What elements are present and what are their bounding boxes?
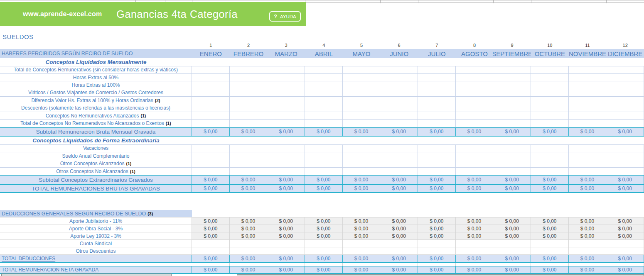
money-cell[interactable]: $ 0,00 [380, 185, 418, 192]
data-cell[interactable] [343, 160, 381, 168]
money-cell[interactable]: $ 0,00 [343, 255, 381, 262]
money-cell[interactable]: $ 0,00 [606, 255, 644, 262]
money-cell[interactable]: $ 0,00 [305, 266, 343, 273]
money-cell[interactable]: $ 0,00 [606, 225, 644, 232]
data-cell[interactable] [456, 89, 494, 97]
data-cell[interactable] [380, 120, 418, 127]
data-cell[interactable] [418, 74, 456, 81]
money-cell[interactable]: $ 0,00 [531, 225, 569, 232]
data-cell[interactable] [192, 66, 230, 74]
data-cell[interactable] [230, 120, 268, 127]
data-cell[interactable] [267, 104, 305, 112]
money-cell[interactable]: $ 0,00 [343, 232, 381, 240]
data-cell[interactable] [606, 152, 644, 160]
data-cell[interactable] [343, 152, 381, 160]
data-cell[interactable] [230, 89, 268, 97]
data-cell[interactable] [493, 168, 531, 175]
money-cell[interactable]: $ 0,00 [230, 255, 268, 262]
money-cell[interactable]: $ 0,00 [305, 217, 343, 225]
data-cell[interactable] [305, 74, 343, 81]
data-cell[interactable] [305, 89, 343, 97]
money-cell[interactable]: $ 0,00 [230, 185, 268, 192]
data-cell[interactable] [418, 120, 456, 127]
data-cell[interactable] [380, 89, 418, 97]
data-cell[interactable] [380, 81, 418, 89]
data-cell[interactable] [192, 74, 230, 81]
data-cell[interactable] [569, 247, 607, 255]
data-cell[interactable] [569, 168, 607, 175]
data-cell[interactable] [305, 145, 343, 152]
data-cell[interactable] [230, 74, 268, 81]
data-cell[interactable] [343, 145, 381, 152]
money-cell[interactable]: $ 0,00 [569, 232, 607, 240]
money-cell[interactable]: $ 0,00 [606, 217, 644, 225]
data-cell[interactable] [531, 81, 569, 89]
money-cell[interactable]: $ 0,00 [230, 232, 268, 240]
data-cell[interactable] [192, 160, 230, 168]
money-cell[interactable]: $ 0,00 [380, 128, 418, 136]
money-cell[interactable]: $ 0,00 [456, 176, 494, 184]
money-cell[interactable]: $ 0,00 [456, 225, 494, 232]
data-cell[interactable] [267, 74, 305, 81]
data-cell[interactable] [569, 81, 607, 89]
data-cell[interactable] [230, 145, 268, 152]
data-cell[interactable] [267, 66, 305, 74]
data-cell[interactable] [230, 168, 268, 175]
data-cell[interactable] [418, 247, 456, 255]
data-cell[interactable] [418, 145, 456, 152]
data-cell[interactable] [305, 160, 343, 168]
data-cell[interactable] [267, 240, 305, 247]
data-cell[interactable] [531, 104, 569, 112]
data-cell[interactable] [456, 160, 494, 168]
money-cell[interactable]: $ 0,00 [192, 232, 230, 240]
data-cell[interactable] [569, 89, 607, 97]
data-cell[interactable] [531, 97, 569, 104]
data-cell[interactable] [606, 89, 644, 97]
money-cell[interactable]: $ 0,00 [418, 225, 456, 232]
money-cell[interactable]: $ 0,00 [531, 176, 569, 184]
data-cell[interactable] [267, 145, 305, 152]
data-cell[interactable] [192, 240, 230, 247]
data-cell[interactable] [606, 112, 644, 120]
data-cell[interactable] [456, 152, 494, 160]
data-cell[interactable] [230, 247, 268, 255]
data-cell[interactable] [343, 97, 381, 104]
money-cell[interactable]: $ 0,00 [343, 225, 381, 232]
data-cell[interactable] [606, 145, 644, 152]
money-cell[interactable]: $ 0,00 [493, 128, 531, 136]
data-cell[interactable] [569, 120, 607, 127]
money-cell[interactable]: $ 0,00 [192, 225, 230, 232]
data-cell[interactable] [456, 168, 494, 175]
money-cell[interactable]: $ 0,00 [230, 225, 268, 232]
data-cell[interactable] [380, 66, 418, 74]
data-cell[interactable] [493, 66, 531, 74]
money-cell[interactable]: $ 0,00 [192, 176, 230, 184]
data-cell[interactable] [267, 97, 305, 104]
data-cell[interactable] [192, 97, 230, 104]
money-cell[interactable]: $ 0,00 [456, 217, 494, 225]
data-cell[interactable] [230, 240, 268, 247]
data-cell[interactable] [305, 168, 343, 175]
data-cell[interactable] [531, 240, 569, 247]
money-cell[interactable]: $ 0,00 [305, 185, 343, 192]
money-cell[interactable]: $ 0,00 [418, 128, 456, 136]
data-cell[interactable] [380, 74, 418, 81]
data-cell[interactable] [305, 240, 343, 247]
money-cell[interactable]: $ 0,00 [343, 217, 381, 225]
ayuda-help-button[interactable]: ? AYUDA [269, 11, 301, 22]
data-cell[interactable] [305, 81, 343, 89]
money-cell[interactable]: $ 0,00 [531, 128, 569, 136]
money-cell[interactable]: $ 0,00 [192, 185, 230, 192]
money-cell[interactable]: $ 0,00 [305, 232, 343, 240]
money-cell[interactable]: $ 0,00 [606, 176, 644, 184]
money-cell[interactable]: $ 0,00 [267, 217, 305, 225]
data-cell[interactable] [418, 240, 456, 247]
money-cell[interactable]: $ 0,00 [456, 128, 494, 136]
data-cell[interactable] [343, 74, 381, 81]
money-cell[interactable]: $ 0,00 [380, 255, 418, 262]
money-cell[interactable]: $ 0,00 [569, 266, 607, 273]
data-cell[interactable] [493, 152, 531, 160]
data-cell[interactable] [531, 89, 569, 97]
data-cell[interactable] [267, 120, 305, 127]
money-cell[interactable]: $ 0,00 [267, 266, 305, 273]
